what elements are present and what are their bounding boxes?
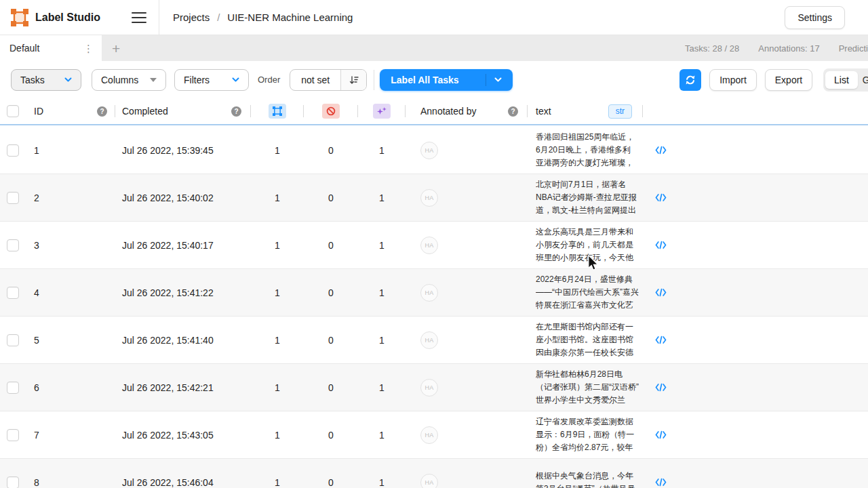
select-all-checkbox[interactable] [7,105,19,117]
cancelled-count: 0 [328,430,334,441]
source-code-icon[interactable] [655,146,667,155]
label-studio-logo-icon [11,9,28,26]
table-row[interactable]: 1 Jul 26 2022, 15:39:45 1 0 1 HA 香港回归祖国2… [0,127,868,174]
table-row[interactable]: 3 Jul 26 2022, 15:40:17 1 0 1 HA 这盒乐高玩具是… [0,222,868,269]
annotations-count: 1 [275,382,280,393]
row-annotator-cell: HA [406,474,528,488]
help-icon[interactable] [231,106,241,117]
row-id-cell: 6 [27,382,115,393]
row-annotations-cell: 1 [251,430,304,441]
column-header-completed[interactable]: Completed [115,98,251,125]
tasks-counter: Tasks: 28 / 28 [685,43,739,54]
row-checkbox[interactable] [7,382,19,394]
completed-timestamp: Jul 26 2022, 15:41:40 [122,335,214,346]
row-checkbox[interactable] [7,239,19,251]
settings-button[interactable]: Settings [785,6,845,29]
row-source-cell [643,478,678,487]
cancelled-count: 0 [328,335,334,346]
row-cancelled-cell: 0 [304,477,358,488]
table-row[interactable]: 5 Jul 26 2022, 15:41:40 1 0 1 HA 在尤里斯图书馆… [0,317,868,364]
table-row[interactable]: 7 Jul 26 2022, 15:43:05 1 0 1 HA 辽宁省发展改革… [0,411,868,459]
task-text: 这盒乐高玩具是三月带来和小朋友分享的，前几天都是班里的小朋友在玩，今天他 [536,226,639,264]
completed-timestamp: Jul 26 2022, 15:43:05 [122,430,214,441]
view-list-button[interactable]: List [825,71,858,89]
tab-default[interactable]: Default ⋮ [0,35,102,61]
app-logo[interactable]: Label Studio [11,9,100,26]
column-header-cancelled-annotations[interactable] [304,98,358,125]
source-code-icon[interactable] [655,430,667,439]
breadcrumb-projects-link[interactable]: Projects [173,12,210,23]
annotator-avatar[interactable]: HA [420,189,438,207]
tasks-dropdown[interactable]: Tasks [11,69,81,91]
source-code-icon[interactable] [655,478,667,487]
annotator-avatar[interactable]: HA [420,331,438,349]
annotator-avatar[interactable]: HA [420,426,438,444]
predictions-count: 1 [379,335,384,346]
row-text-cell: 辽宁省发展改革委监测数据显示：6月9日，面粉（特一粉）全省均价2.87元，较年 [528,415,643,454]
order-label: Order [258,75,280,85]
cancelled-count: 0 [328,192,334,203]
row-checkbox[interactable] [7,476,19,488]
annotator-avatar[interactable]: HA [420,284,438,302]
source-code-icon[interactable] [655,193,667,202]
row-annotations-cell: 1 [251,335,304,346]
column-header-text[interactable]: text str [528,98,643,125]
annotator-avatar[interactable]: HA [420,142,438,159]
menu-hamburger-icon[interactable] [132,12,146,23]
view-grid-button[interactable]: G [863,75,868,85]
column-header-total-annotations[interactable] [251,98,304,125]
annotator-avatar[interactable]: HA [420,237,438,254]
chevron-down-icon [64,77,72,82]
export-button[interactable]: Export [765,69,812,91]
predictions-count: 1 [379,477,384,488]
row-annotations-cell: 1 [251,145,304,156]
predictions-count: 1 [379,145,384,156]
tab-default-label: Default [9,43,39,54]
help-icon[interactable] [97,106,107,117]
column-text-label: text [536,106,551,117]
row-checkbox[interactable] [7,334,19,346]
row-completed-cell: Jul 26 2022, 15:41:22 [115,287,251,298]
add-tab-button[interactable]: + [112,41,120,56]
table-row[interactable]: 6 Jul 26 2022, 15:42:21 1 0 1 HA 新华社都柏林6… [0,364,868,411]
help-icon[interactable] [508,106,518,117]
tab-options-kebab-icon[interactable]: ⋮ [83,43,94,54]
table-row[interactable]: 8 Jul 26 2022, 15:46:04 1 0 1 HA 根据中央气象台… [0,459,868,488]
column-header-id[interactable]: ID [27,98,115,125]
source-code-icon[interactable] [655,336,667,344]
table-row[interactable]: 2 Jul 26 2022, 15:40:02 1 0 1 HA 北京时间7月1… [0,174,868,222]
annotator-avatar[interactable]: HA [420,379,438,396]
row-text-cell: 在尤里斯图书馆内部还有一座小型图书馆。这座图书馆因由康奈尔第一任校长安德 [528,321,643,359]
row-completed-cell: Jul 26 2022, 15:40:02 [115,192,251,203]
label-all-tasks-button[interactable]: Label All Tasks [380,69,513,91]
row-checkbox[interactable] [7,287,19,299]
row-annotator-cell: HA [406,426,528,444]
row-checkbox[interactable] [7,144,19,157]
annotator-avatar[interactable]: HA [420,474,438,488]
row-predictions-cell: 1 [358,287,406,298]
task-id: 2 [34,192,39,203]
task-id: 7 [34,430,39,441]
refresh-button[interactable] [679,69,701,91]
row-text-cell: 2022年6月24日，盛世修典——“中国历代绘画大系”嘉兴特展在浙江省嘉兴市文化… [528,273,643,312]
refresh-icon [685,75,696,85]
row-completed-cell: Jul 26 2022, 15:39:45 [115,145,251,156]
column-header-predictions[interactable] [358,98,406,125]
task-id: 5 [34,335,39,346]
sort-direction-toggle[interactable] [340,69,366,91]
table-row[interactable]: 4 Jul 26 2022, 15:41:22 1 0 1 HA 2022年6月… [0,269,868,317]
task-id: 3 [34,240,39,251]
filters-dropdown[interactable]: Filters [174,69,249,91]
import-button[interactable]: Import [709,69,757,91]
source-code-icon[interactable] [655,383,667,392]
completed-timestamp: Jul 26 2022, 15:46:04 [122,477,214,488]
order-button[interactable]: not set [290,69,367,91]
source-code-icon[interactable] [655,241,667,249]
source-code-icon[interactable] [655,288,667,297]
columns-dropdown[interactable]: Columns [92,69,166,91]
annotations-count: 1 [275,430,280,441]
column-header-annotated-by[interactable]: Annotated by [406,98,528,125]
annotations-count: 1 [275,287,280,298]
row-checkbox[interactable] [7,192,19,204]
row-checkbox[interactable] [7,429,19,441]
